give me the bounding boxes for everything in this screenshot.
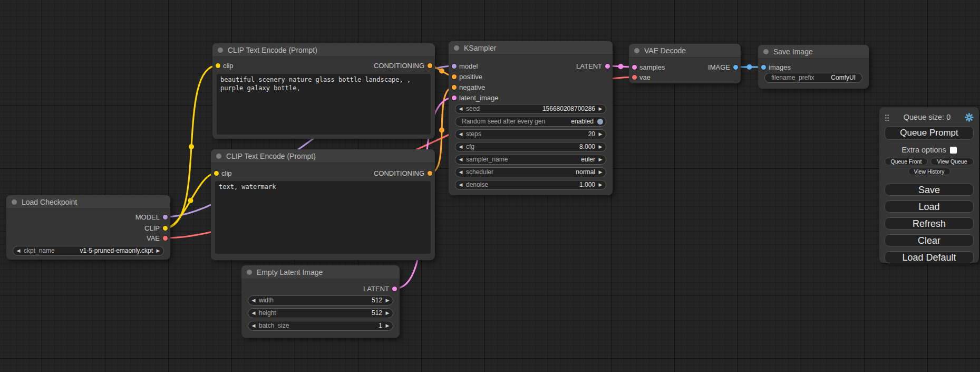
ksampler-header[interactable]: KSampler (449, 41, 613, 55)
ksampler-input-model-port[interactable] (452, 64, 457, 69)
vae-decode-input-vae-port[interactable] (632, 75, 637, 80)
drag-handle-icon[interactable] (885, 114, 889, 121)
collapse-dot[interactable] (216, 154, 221, 159)
clip-top-header[interactable]: CLIP Text Encode (Prompt) (212, 43, 435, 57)
ksampler-widget-Random seed after every gen[interactable]: Random seed after every genenabled (455, 117, 606, 127)
clip-bottom-output-CONDITIONING-port[interactable] (428, 171, 432, 176)
queue-size-label: Queue size: 0 (889, 113, 965, 121)
increment-arrow-icon[interactable]: ▶ (595, 168, 606, 177)
empty-latent-widget-batch_size[interactable]: ◀batch_size1▶ (248, 321, 393, 331)
decrement-arrow-icon[interactable]: ◀ (455, 130, 466, 139)
collapse-dot[interactable] (247, 270, 252, 275)
clip-bottom-prompt-textarea[interactable]: text, watermark (215, 181, 431, 254)
clip-top-output-CONDITIONING-port[interactable] (428, 63, 432, 68)
queue-panel-header: Queue size: 0 (885, 112, 974, 122)
ksampler-widget-scheduler[interactable]: ◀schedulernormal▶ (455, 167, 606, 177)
input-port-label: clip (221, 169, 232, 177)
decrement-arrow-icon[interactable]: ◀ (248, 321, 259, 330)
view-history-button[interactable]: View History (908, 168, 950, 175)
output-port-label: IMAGE (708, 63, 730, 71)
decrement-arrow-icon[interactable]: ◀ (248, 309, 259, 318)
input-port-label: vae (639, 73, 651, 81)
node-title: Empty Latent Image (257, 268, 323, 276)
load-button[interactable]: Load (885, 201, 974, 213)
decrement-arrow-icon[interactable]: ◀ (248, 296, 259, 305)
view-queue-button[interactable]: View Queue (930, 158, 974, 165)
extra-options-row: Extra options (885, 146, 974, 154)
save-image-input-images-port[interactable] (761, 65, 766, 70)
ksampler-output-LATENT-port[interactable] (605, 64, 610, 69)
increment-arrow-icon[interactable]: ▶ (382, 296, 393, 305)
clip-top-prompt-textarea[interactable]: beautiful scenery nature glass bottle la… (217, 74, 431, 135)
clip-bottom-header[interactable]: CLIP Text Encode (Prompt) (211, 149, 435, 163)
increment-arrow-icon[interactable]: ▶ (153, 246, 163, 255)
queue-prompt-button[interactable]: Queue Prompt (885, 126, 974, 140)
ksampler-widget-steps[interactable]: ◀steps20▶ (455, 129, 606, 139)
widget-value: euler (581, 156, 595, 163)
widget-value: 512 (372, 297, 382, 304)
empty-latent-output-LATENT-port[interactable] (392, 287, 397, 291)
ksampler-widget-cfg[interactable]: ◀cfg8.000▶ (455, 142, 606, 152)
node-save-image[interactable]: Save Imageimagesfilename_prefixComfyUI (758, 45, 869, 89)
node-clip-bottom[interactable]: CLIP Text Encode (Prompt)clipCONDITIONIN… (211, 149, 435, 260)
node-vae-decode[interactable]: VAE DecodesamplesvaeIMAGE (629, 44, 741, 83)
increment-arrow-icon[interactable]: ▶ (595, 180, 606, 189)
vae-decode-input-samples-port[interactable] (632, 65, 637, 70)
node-graph-canvas[interactable]: Queue size: 0 (0, 0, 980, 372)
save-button[interactable]: Save (885, 184, 974, 196)
load-checkpoint-widget-ckpt_name[interactable]: ◀ckpt_namev1-5-pruned-emaonly.ckpt▶ (13, 246, 164, 256)
refresh-button[interactable]: Refresh (885, 217, 974, 230)
empty-latent-widget-width[interactable]: ◀width512▶ (248, 295, 393, 306)
settings-gear-icon[interactable] (965, 113, 974, 122)
extra-options-checkbox[interactable] (950, 147, 957, 154)
wire-midpoint-dot (747, 64, 752, 70)
decrement-arrow-icon[interactable]: ◀ (455, 142, 466, 151)
node-load-checkpoint[interactable]: Load CheckpointMODELCLIPVAE◀ckpt_namev1-… (6, 195, 170, 260)
increment-arrow-icon[interactable]: ▶ (595, 142, 606, 151)
decrement-arrow-icon[interactable]: ◀ (13, 246, 24, 255)
decrement-arrow-icon[interactable]: ◀ (455, 180, 466, 189)
clip-bottom-input-clip-port[interactable] (214, 171, 219, 176)
load-checkpoint-output-VAE-port[interactable] (163, 236, 168, 241)
increment-arrow-icon[interactable]: ▶ (595, 104, 606, 113)
ksampler-widget-sampler_name[interactable]: ◀sampler_nameeuler▶ (455, 155, 606, 165)
ksampler-input-negative-port[interactable] (452, 85, 457, 90)
node-clip-top[interactable]: CLIP Text Encode (Prompt)clipCONDITIONIN… (212, 43, 435, 139)
input-port-label: latent_image (459, 94, 498, 102)
increment-arrow-icon[interactable]: ▶ (382, 309, 393, 318)
load-checkpoint-output-MODEL-port[interactable] (163, 215, 168, 220)
collapse-dot[interactable] (634, 48, 639, 53)
decrement-arrow-icon[interactable]: ◀ (455, 104, 466, 113)
ksampler-widget-seed[interactable]: ◀seed156680208700286▶ (455, 104, 606, 114)
toggle-indicator[interactable] (597, 119, 603, 125)
vae-decode-output-IMAGE-port[interactable] (733, 65, 738, 70)
decrement-arrow-icon[interactable]: ◀ (455, 168, 466, 177)
input-port-label: positive (459, 73, 482, 81)
decrement-arrow-icon[interactable]: ◀ (455, 155, 466, 164)
increment-arrow-icon[interactable]: ▶ (382, 321, 393, 330)
widget-label: height (259, 309, 276, 317)
increment-arrow-icon[interactable]: ▶ (595, 155, 606, 164)
collapse-dot[interactable] (218, 47, 223, 53)
collapse-dot[interactable] (763, 49, 769, 54)
node-empty-latent[interactable]: Empty Latent ImageLATENT◀width512▶◀heigh… (241, 265, 400, 338)
load-checkpoint-output-CLIP-port[interactable] (163, 226, 168, 231)
empty-latent-header[interactable]: Empty Latent Image (241, 265, 400, 279)
save-image-header[interactable]: Save Image (758, 45, 869, 59)
widget-value: enabled (571, 118, 594, 125)
node-ksampler[interactable]: KSamplermodelpositivenegativelatent_imag… (449, 41, 613, 195)
collapse-dot[interactable] (12, 199, 17, 205)
queue-front-button[interactable]: Queue Front (885, 158, 928, 165)
ksampler-widget-denoise[interactable]: ◀denoise1.000▶ (455, 180, 606, 190)
vae-decode-header[interactable]: VAE Decode (629, 44, 741, 58)
clip-top-input-clip-port[interactable] (216, 63, 220, 68)
ksampler-input-latent_image-port[interactable] (452, 96, 457, 100)
load-checkpoint-header[interactable]: Load Checkpoint (6, 195, 170, 209)
save-image-widget-filename_prefix[interactable]: filename_prefixComfyUI (764, 73, 862, 83)
ksampler-input-positive-port[interactable] (452, 74, 457, 79)
increment-arrow-icon[interactable]: ▶ (595, 130, 606, 139)
collapse-dot[interactable] (454, 45, 459, 51)
load-default-button[interactable]: Load Default (885, 251, 974, 263)
empty-latent-widget-height[interactable]: ◀height512▶ (248, 308, 393, 318)
clear-button[interactable]: Clear (885, 234, 974, 246)
